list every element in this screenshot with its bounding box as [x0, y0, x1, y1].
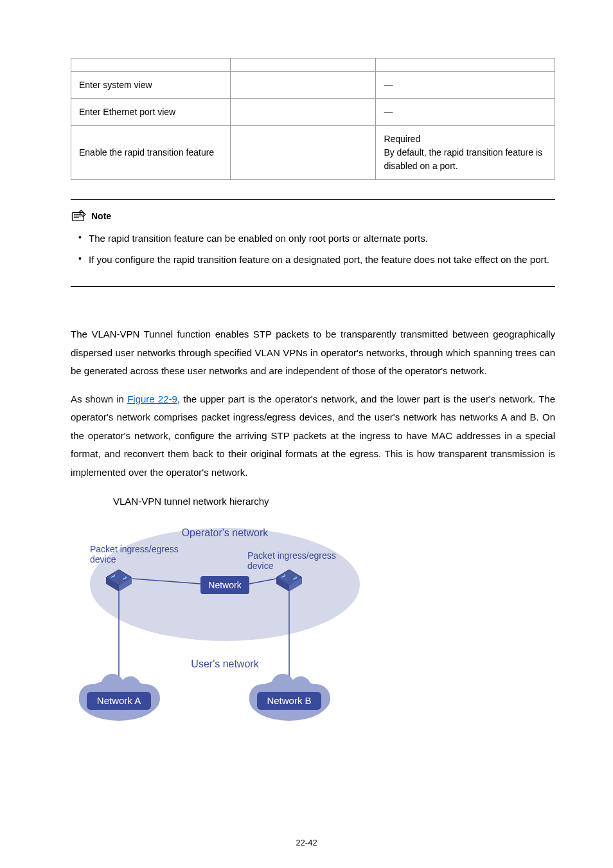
- note-block: Note The rapid transition feature can be…: [71, 199, 555, 287]
- text-segment: , the upper part is the operator's netwo…: [71, 393, 555, 478]
- config-table: Enter system view — Enter Ethernet port …: [71, 58, 555, 180]
- diagram-label-operator: Operator's network: [182, 527, 269, 538]
- cell-cmd: [231, 99, 376, 126]
- note-label: Note: [91, 210, 111, 223]
- page-number: 22-42: [0, 836, 613, 849]
- diagram-label-network: Network: [208, 580, 242, 590]
- diagram-label-user: User's network: [191, 658, 259, 669]
- cell-cmd: [231, 126, 376, 180]
- figure-link[interactable]: Figure 22-9: [127, 393, 177, 404]
- cell-op: Enter Ethernet port view: [71, 99, 231, 126]
- cloud-icon: Network B: [249, 674, 330, 721]
- diagram-label-neta: Network A: [97, 695, 141, 706]
- note-icon: [71, 209, 87, 223]
- svg-text:device: device: [90, 554, 116, 565]
- cloud-icon: Network A: [79, 674, 160, 721]
- list-item: The rapid transition feature can be enab…: [71, 230, 555, 247]
- diagram-label-ingress: Packet ingress/egress: [90, 544, 179, 554]
- body-paragraph: As shown in Figure 22-9, the upper part …: [71, 390, 555, 482]
- diagram-label-netb: Network B: [267, 695, 311, 706]
- body-paragraph: The VLAN-VPN Tunnel function enables STP…: [71, 325, 555, 381]
- cell-op: Enter system view: [71, 72, 231, 99]
- svg-rect-0: [72, 212, 84, 221]
- note-list: The rapid transition feature can be enab…: [71, 230, 555, 268]
- table-row: Enable the rapid transition feature Requ…: [71, 126, 555, 180]
- cell-cmd: [231, 72, 376, 99]
- table-row: Enter Ethernet port view —: [71, 99, 555, 126]
- cell-desc: —: [376, 72, 555, 99]
- table-row: Enter system view —: [71, 72, 555, 99]
- cell-desc: Required By default, the rapid transitio…: [376, 126, 555, 180]
- cell-desc: —: [376, 99, 555, 126]
- diagram-label-ingress: Packet ingress/egress: [247, 550, 336, 561]
- table-header-row: [71, 59, 555, 72]
- svg-text:device: device: [247, 561, 274, 571]
- cell-op: Enable the rapid transition feature: [71, 126, 231, 180]
- network-diagram: Operator's network Packet ingress/egress…: [77, 517, 373, 729]
- figure-caption: VLAN-VPN tunnel network hierarchy: [71, 494, 555, 509]
- text-segment: As shown in: [71, 393, 127, 404]
- list-item: If you configure the rapid transition fe…: [71, 251, 555, 268]
